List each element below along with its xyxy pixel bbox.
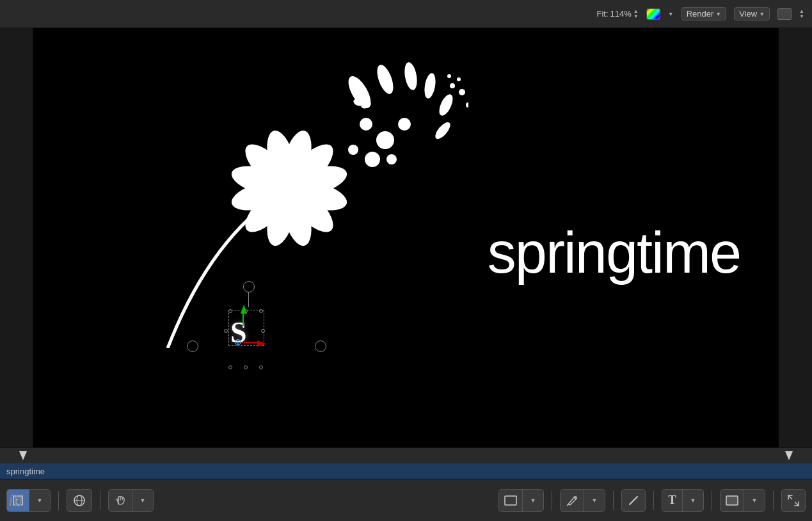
pen-tool-group[interactable]: ▼ — [560, 489, 605, 512]
render-label: Render — [687, 9, 714, 19]
toolbar-separator-2 — [100, 491, 100, 510]
clip-label-bar: springtime — [0, 463, 812, 479]
toolbar-separator-4 — [613, 491, 614, 510]
svg-line-43 — [795, 502, 799, 506]
svg-point-17 — [436, 92, 456, 117]
text-chevron-btn[interactable]: ▼ — [683, 490, 703, 511]
hand-tool-group[interactable]: ▼ — [108, 489, 154, 512]
pen-chevron-btn[interactable]: ▼ — [584, 490, 605, 511]
handle-ml[interactable] — [224, 329, 228, 333]
rotation-handle[interactable] — [243, 281, 255, 293]
view-box[interactable] — [777, 8, 792, 20]
arrow-right-icon — [257, 341, 266, 347]
timeline-end-marker[interactable] — [785, 451, 793, 460]
view-label: View — [739, 9, 757, 19]
handle-bl[interactable] — [228, 365, 232, 369]
timeline — [0, 447, 812, 464]
shape-chevron-btn[interactable]: ▼ — [523, 490, 543, 511]
pen-tool-btn[interactable] — [561, 490, 584, 511]
svg-point-22 — [348, 145, 358, 155]
hand-chevron-btn[interactable]: ▼ — [132, 490, 153, 511]
transform-chevron-btn[interactable]: ▼ — [29, 490, 50, 511]
svg-point-18 — [433, 120, 452, 141]
svg-line-39 — [567, 504, 568, 506]
canvas-area: springtime S ⊕ — [33, 28, 779, 447]
svg-point-27 — [457, 77, 461, 81]
flower-graphic — [161, 41, 468, 348]
top-bar: Fit: 114% ▲▼ ▼ Render ▼ View ▼ ▲▼ — [0, 0, 812, 28]
svg-point-25 — [459, 89, 465, 95]
arrow-right-line — [242, 342, 259, 343]
bottom-toolbar: T ▼ ▼ — [0, 479, 812, 521]
iti-text: iti — [8, 490, 23, 510]
view-dropdown[interactable]: View ▼ — [734, 7, 770, 20]
rect-tool-btn[interactable] — [499, 490, 523, 511]
svg-point-20 — [376, 131, 394, 149]
svg-point-28 — [447, 74, 451, 78]
shape-tool-group[interactable]: ▼ — [498, 489, 544, 512]
svg-point-29 — [466, 102, 468, 108]
hand-tool-btn[interactable] — [109, 490, 132, 511]
arrow-up-icon — [241, 305, 247, 314]
left-sidebar — [0, 28, 33, 447]
svg-point-16 — [423, 72, 438, 99]
mask-tool-group[interactable]: ▼ — [720, 489, 765, 512]
svg-point-14 — [374, 63, 396, 96]
fullscreen-btn[interactable] — [781, 489, 806, 512]
clip-label-text: springtime — [6, 467, 45, 476]
svg-line-40 — [630, 497, 637, 504]
toolbar-separator-5 — [653, 491, 654, 510]
arrow-up-line — [243, 313, 244, 326]
springtime-text: springtime — [488, 220, 740, 286]
toolbar-separator-1 — [58, 491, 59, 510]
handle-right[interactable] — [315, 341, 326, 352]
transform-widget[interactable]: S ⊕ — [219, 278, 302, 361]
fit-stepper[interactable]: ▲▼ — [633, 9, 639, 19]
svg-point-24 — [386, 154, 397, 164]
view-chevron: ▼ — [759, 11, 765, 17]
fit-label-text: Fit: — [596, 9, 608, 19]
handle-mr[interactable] — [261, 329, 265, 333]
toolbar-separator-7 — [773, 491, 774, 510]
color-swatch[interactable] — [646, 8, 660, 20]
render-dropdown[interactable]: Render ▼ — [681, 7, 727, 20]
text-tool-group[interactable]: T ▼ — [662, 489, 704, 512]
svg-rect-37 — [505, 496, 516, 505]
selection-handles-bottom[interactable] — [224, 361, 267, 374]
svg-rect-41 — [726, 496, 738, 505]
render-chevron: ▼ — [715, 11, 721, 17]
move-icon: ⊕ — [234, 337, 242, 347]
svg-point-19 — [360, 118, 372, 131]
orbit-tool-btn[interactable] — [67, 489, 92, 512]
svg-point-23 — [365, 152, 380, 167]
brush-tool-btn[interactable] — [621, 489, 646, 512]
toolbar-separator-3 — [552, 491, 552, 510]
svg-line-42 — [788, 495, 792, 499]
svg-point-21 — [398, 118, 411, 131]
mask-chevron-btn[interactable]: ▼ — [744, 490, 765, 511]
toolbar-separator-6 — [712, 491, 712, 510]
handle-left[interactable] — [187, 341, 198, 352]
text-tool-btn[interactable]: T — [662, 490, 683, 511]
svg-point-26 — [450, 83, 455, 88]
view-stepper[interactable]: ▲▼ — [799, 9, 804, 19]
fit-control[interactable]: Fit: 114% ▲▼ — [596, 9, 638, 19]
timeline-start-marker[interactable] — [19, 451, 27, 460]
fit-value: 114% — [610, 9, 632, 19]
mask-tool-btn[interactable] — [720, 490, 744, 511]
handle-bc[interactable] — [244, 365, 248, 369]
color-swatch-chevron[interactable]: ▼ — [668, 11, 674, 17]
svg-point-15 — [402, 61, 418, 91]
handle-br[interactable] — [259, 365, 263, 369]
